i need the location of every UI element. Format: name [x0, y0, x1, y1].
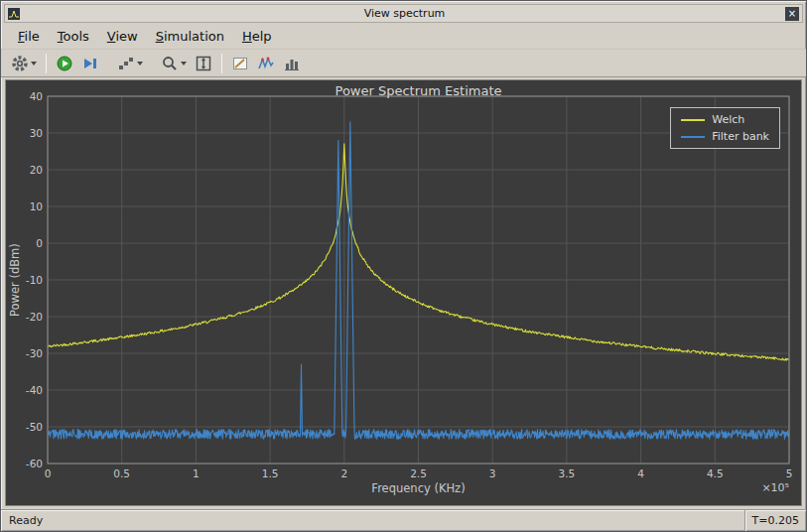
- view-spectrum-window: View spectrum × FileToolsViewSimulationH…: [0, 0, 807, 532]
- status-ready-text: Ready: [9, 514, 43, 527]
- y-tick-label: 0: [36, 237, 43, 249]
- legend-entry: Filter bank: [681, 130, 769, 143]
- y-tick-label: -40: [26, 384, 43, 396]
- chart-title: Power Spectrum Estimate: [48, 83, 789, 98]
- toolbar: [1, 49, 806, 77]
- x-tick-label: 3: [489, 467, 496, 479]
- window-title: View spectrum: [24, 7, 785, 20]
- x-tick-label: 0: [45, 467, 52, 479]
- simulation-time: T=0.205: [744, 510, 806, 531]
- y-tick-label: -10: [26, 274, 43, 286]
- menu-view[interactable]: View: [98, 26, 147, 47]
- menu-simulation[interactable]: Simulation: [147, 26, 233, 47]
- y-tick-label: 40: [30, 90, 43, 102]
- signal-statistics-button[interactable]: [280, 53, 304, 74]
- menu-tools[interactable]: Tools: [49, 26, 98, 47]
- legend: WelchFilter bank: [670, 107, 780, 149]
- y-tick-label: -50: [26, 421, 43, 433]
- zoom-button[interactable]: [158, 53, 190, 74]
- legend-label: Welch: [712, 113, 744, 126]
- plot-area: 00.511.522.533.544.55-60-50-40-30-20-100…: [5, 79, 802, 506]
- x-tick-label: 2.5: [410, 467, 427, 479]
- y-tick-label: 20: [30, 164, 43, 176]
- y-tick-label: 30: [30, 127, 43, 139]
- x-tick-label: 4.5: [707, 467, 724, 479]
- measurements-button[interactable]: [228, 53, 252, 74]
- fit-to-view-icon: [195, 55, 212, 72]
- step-forward-button[interactable]: [78, 53, 102, 74]
- chevron-down-icon: [137, 62, 143, 66]
- y-tick-label: -20: [26, 311, 43, 323]
- y-tick-label: 10: [30, 200, 43, 212]
- y-tick-label: -30: [26, 347, 43, 359]
- x-axis-multiplier: ×10⁵: [761, 481, 789, 494]
- toolbar-separator: [46, 54, 47, 73]
- step-options-icon: [117, 55, 135, 72]
- measurements-icon: [231, 55, 249, 72]
- y-tick-label: -60: [26, 458, 43, 469]
- x-tick-label: 5: [786, 467, 793, 479]
- x-tick-label: 2: [340, 467, 347, 479]
- scope-icon: [8, 8, 20, 20]
- signal-statistics-icon: [283, 55, 301, 72]
- x-tick-label: 0.5: [113, 467, 130, 479]
- titlebar[interactable]: View spectrum ×: [4, 4, 803, 23]
- legend-entry: Welch: [681, 113, 769, 126]
- x-tick-label: 1.5: [262, 467, 279, 479]
- legend-label: Filter bank: [712, 130, 769, 143]
- gear-icon: [11, 55, 29, 72]
- menu-help[interactable]: Help: [233, 26, 281, 47]
- x-tick-label: 1: [193, 467, 200, 479]
- statusbar: Ready T=0.205: [1, 509, 806, 531]
- toolbar-separator: [221, 54, 222, 73]
- peak-finder-icon: [257, 55, 275, 72]
- x-tick-label: 3.5: [559, 467, 576, 479]
- chevron-down-icon: [181, 62, 187, 66]
- run-icon: [56, 55, 73, 72]
- chevron-down-icon: [31, 62, 37, 66]
- fit-to-view-button[interactable]: [192, 53, 215, 74]
- step-options-button[interactable]: [114, 53, 146, 74]
- window-icon: [8, 8, 20, 20]
- x-tick-label: 4: [637, 467, 644, 479]
- menu-file[interactable]: File: [9, 26, 49, 47]
- y-axis-label: Power (dBm): [7, 96, 22, 464]
- x-axis-label: Frequency (KHz): [48, 481, 789, 495]
- legend-line-sample: [681, 136, 705, 138]
- run-button[interactable]: [53, 53, 76, 74]
- settings-button[interactable]: [8, 53, 40, 74]
- step-forward-icon: [81, 55, 99, 72]
- menubar: FileToolsViewSimulationHelp: [1, 23, 806, 49]
- peak-finder-button[interactable]: [254, 53, 278, 74]
- magnifier-icon: [161, 55, 179, 72]
- close-button[interactable]: ×: [785, 7, 799, 21]
- legend-line-sample: [681, 119, 705, 121]
